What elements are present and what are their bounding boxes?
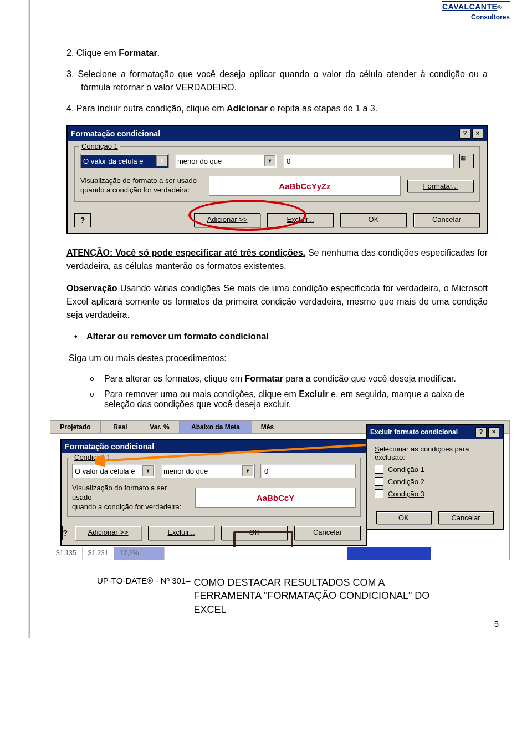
ok-button[interactable]: OK xyxy=(340,213,407,227)
fmt-line2: quando a condição for verdadeira: xyxy=(80,186,190,194)
cell-p1: $1.135 xyxy=(50,547,83,560)
col-abaixo: Abaixo da Meta xyxy=(180,421,252,433)
help-icon[interactable]: ? xyxy=(62,526,68,540)
i2-b: Excluir xyxy=(299,389,328,399)
ok-button[interactable]: OK xyxy=(376,511,432,524)
brand-block: CAVALCANTE® Consultores xyxy=(442,1,510,22)
col-var: Var. % xyxy=(140,421,180,433)
format-usage-text: Visualização do formato a ser usado quan… xyxy=(80,176,202,195)
step-4-bold: Adicionar xyxy=(227,104,268,113)
condition-type-combo[interactable]: O valor da célula é ▼ xyxy=(72,464,155,478)
i2-a: Para remover uma ou mais condições, cliq… xyxy=(104,389,299,399)
followups-intro: Siga um ou mais destes procedimentos: xyxy=(69,352,488,365)
step-2: 2. Clique em Formatar. xyxy=(66,47,488,60)
col-real: Real xyxy=(101,421,140,433)
footer-series: UP-TO-DATE® - Nº 301– xyxy=(97,576,191,585)
help-icon[interactable]: ? xyxy=(74,213,91,227)
checkbox-cond3[interactable] xyxy=(375,489,383,498)
col-mes: Mês xyxy=(252,421,283,433)
close-icon[interactable]: × xyxy=(488,427,499,437)
value-input[interactable]: 0 xyxy=(283,154,454,168)
step-4: 4. Para incluir outra condição, clique e… xyxy=(66,102,488,115)
fmt-line2: quando a condição for verdadeira: xyxy=(72,503,181,511)
value-input[interactable]: 0 xyxy=(260,464,356,478)
condition-group: Condição 1 O valor da célula é ▼ menor d… xyxy=(67,458,361,517)
condition-group: Condição 1 O valor da célula é ▼ menor d… xyxy=(74,146,480,202)
warning-paragraph: ATENÇÃO: Você só pode especificar até tr… xyxy=(66,246,488,273)
chevron-down-icon[interactable]: ▼ xyxy=(242,465,253,476)
dialog-title: Excluir formato condicional xyxy=(370,428,458,436)
sheet-bottom-row: $1.135 $1.231 12,2% xyxy=(50,547,509,560)
dialog-titlebar: Excluir formato condicional ? × xyxy=(367,425,503,439)
exclude-button[interactable]: Excluir... xyxy=(148,526,214,540)
chevron-down-icon[interactable]: ▼ xyxy=(264,155,275,166)
obs-text: Usando várias condições Se mais de uma c… xyxy=(66,283,488,319)
comparison-combo[interactable]: menor do que ▼ xyxy=(161,464,255,478)
step-2-bold: Formatar xyxy=(119,48,157,58)
footer-title-1: COMO DESTACAR RESULTADOS COM A xyxy=(194,576,430,589)
add-button[interactable]: Adicionar >> xyxy=(194,213,260,227)
step-2-suffix: . xyxy=(157,48,160,58)
cell-blue xyxy=(347,547,431,560)
checkbox-cond2[interactable] xyxy=(375,477,383,486)
dialog-title: Formatação condicional xyxy=(71,129,160,138)
step-4-prefix: 4. Para incluir outra condição, clique e… xyxy=(66,104,227,113)
combo1-value: O valor da célula é xyxy=(75,467,135,475)
conditional-format-dialog-2: Formatação condicional Condição 1 O valo… xyxy=(60,439,367,546)
step-3: 3. Selecione a formatação que você desej… xyxy=(66,68,488,94)
i1-c: para a condição que você deseja modifica… xyxy=(283,374,456,383)
conditional-format-dialog: Formatação condicional ? × Condição 1 O … xyxy=(66,125,488,234)
ok-button[interactable]: OK xyxy=(221,526,288,540)
document-page: CAVALCANTE® Consultores 2. Clique em For… xyxy=(0,0,532,638)
sub-item-1: Para alterar os formatos, clique em Form… xyxy=(90,374,488,384)
dialog-titlebar: Formatação condicional xyxy=(62,440,366,453)
cond1-label: Condição 1 xyxy=(388,465,424,474)
group-label: Condição 1 xyxy=(72,453,113,461)
obs-bold1: Observação xyxy=(66,283,117,293)
footer-title-3: EXCEL xyxy=(194,603,430,616)
combo1-value: O valor da célula é xyxy=(83,157,143,165)
cancel-button[interactable]: Cancelar xyxy=(294,526,361,540)
format-preview: AaBbCcY xyxy=(195,488,356,508)
condition-type-combo[interactable]: O valor da célula é ▼ xyxy=(80,154,169,168)
lower-screenshot: Projetado Real Var. % Abaixo da Meta Mês… xyxy=(50,420,510,560)
left-margin-rule xyxy=(10,0,30,638)
delete-conditions-dialog: Excluir formato condicional ? × SSelecio… xyxy=(366,424,504,530)
value-input-text: 0 xyxy=(287,157,290,165)
cancel-button[interactable]: Cancelar xyxy=(438,511,494,524)
dialog-title: Formatação condicional xyxy=(65,442,154,451)
range-picker-icon[interactable]: ▦ xyxy=(459,154,474,168)
footer-title-2: FERRAMENTA "FORMATAÇÃO CONDICIONAL" DO xyxy=(194,589,430,602)
exclude-button[interactable]: Excluir... xyxy=(267,213,334,227)
help-icon[interactable]: ? xyxy=(475,427,487,437)
i1-b: Formatar xyxy=(244,374,283,383)
fmt-line1: Visualização do formato a ser usado xyxy=(72,484,167,501)
combo2-value: menor do que xyxy=(163,467,208,475)
body-content: 2. Clique em Formatar. 3. Selecione a fo… xyxy=(66,0,488,409)
col-projetado: Projetado xyxy=(50,421,101,433)
format-button[interactable]: Formatar... xyxy=(407,180,474,192)
close-icon[interactable]: × xyxy=(472,129,483,139)
page-footer: UP-TO-DATE® - Nº 301– COMO DESTACAR RESU… xyxy=(97,576,532,616)
observation-paragraph: Observação Usando várias condições Se ma… xyxy=(66,282,488,322)
value-input-text: 0 xyxy=(264,467,268,475)
checkbox-cond1[interactable] xyxy=(375,465,383,474)
help-icon[interactable]: ? xyxy=(459,129,470,139)
brand-line2: Consultores xyxy=(471,13,510,21)
comparison-combo[interactable]: menor do que ▼ xyxy=(175,154,277,168)
group-label: Condição 1 xyxy=(79,142,120,150)
dialog-titlebar: Formatação condicional ? × xyxy=(68,126,487,141)
conditions-checklist: SSelecionar as condições para exclusão:e… xyxy=(367,439,503,507)
i1-a: Para alterar os formatos, clique em xyxy=(104,374,244,383)
step-2-prefix: 2. Clique em xyxy=(66,48,119,58)
step-4-suffix: e repita as etapas de 1 a 3. xyxy=(268,104,377,113)
cell-p2: $1.231 xyxy=(83,547,115,560)
add-button[interactable]: Adicionar >> xyxy=(75,526,141,540)
cancel-button[interactable]: Cancelar xyxy=(413,213,480,227)
chevron-down-icon[interactable]: ▼ xyxy=(156,155,167,166)
combo2-value: menor do que xyxy=(177,157,222,165)
fmt-line1: Visualização do formato a ser usado xyxy=(80,176,197,185)
chevron-down-icon[interactable]: ▼ xyxy=(142,465,154,476)
checklist-instruction: SSelecionar as condições para exclusão:e… xyxy=(375,445,495,461)
cond2-label: Condição 2 xyxy=(388,478,424,486)
